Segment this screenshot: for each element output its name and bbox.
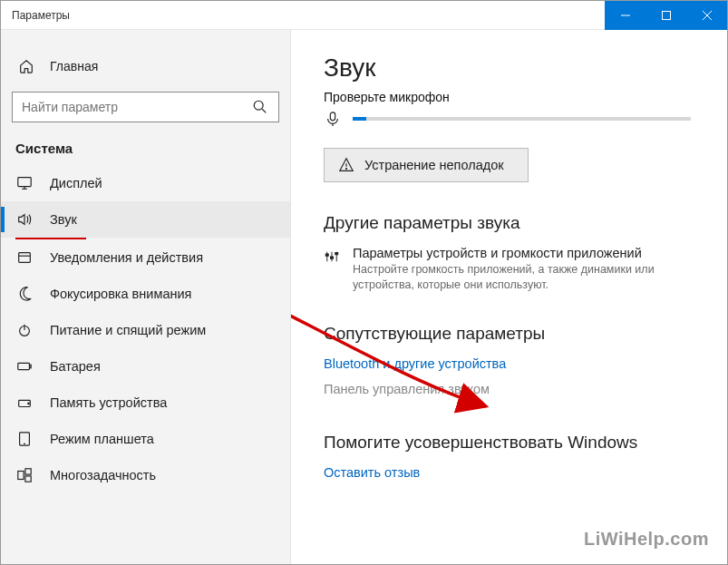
svg-rect-14 [30, 365, 31, 368]
battery-icon [15, 357, 34, 375]
mic-level-row [324, 110, 691, 128]
drive-icon [15, 394, 34, 412]
search-icon [251, 98, 269, 116]
titlebar: Параметры [1, 1, 727, 30]
power-icon [15, 321, 34, 339]
sidebar-item-label: Уведомления и действия [50, 250, 203, 265]
speaker-icon [15, 210, 34, 229]
svg-rect-1 [662, 11, 670, 19]
svg-point-16 [28, 403, 29, 404]
sidebar-item-power[interactable]: Питание и спящий режим [1, 312, 290, 348]
app-volume-option[interactable]: Параметры устройств и громкости приложен… [324, 246, 691, 293]
sidebar-item-display[interactable]: Дисплей [1, 165, 290, 201]
sidebar: Главная Система Дисплей Звук [1, 30, 291, 564]
mic-level-bar [353, 117, 691, 121]
maximize-button[interactable] [645, 1, 686, 30]
svg-rect-22 [330, 112, 335, 121]
moon-icon [15, 285, 34, 303]
watermark: LiWiHelp.com [584, 529, 709, 550]
option-title: Параметры устройств и громкости приложен… [353, 246, 691, 260]
troubleshoot-button[interactable]: Устранение неполадок [324, 148, 529, 182]
sidebar-item-label: Память устройства [50, 395, 167, 410]
sidebar-item-focus[interactable]: Фокусировка внимания [1, 276, 290, 312]
microphone-icon [324, 110, 342, 128]
sidebar-item-multitask[interactable]: Многозадачность [1, 457, 290, 493]
section-improve: Помогите усовершенствовать Windows [324, 433, 691, 453]
svg-rect-13 [18, 363, 30, 369]
section-other-sound: Другие параметры звука [324, 213, 691, 233]
mixer-icon [324, 248, 340, 266]
troubleshoot-label: Устранение неполадок [364, 158, 504, 172]
close-button[interactable] [686, 1, 727, 30]
svg-rect-21 [25, 476, 31, 482]
minimize-button[interactable] [605, 1, 645, 30]
svg-rect-9 [19, 253, 31, 263]
sidebar-item-label: Фокусировка внимания [50, 287, 191, 301]
notification-icon [15, 248, 34, 267]
sidebar-item-battery[interactable]: Батарея [1, 348, 290, 385]
window-title: Параметры [1, 9, 605, 22]
sidebar-item-tablet[interactable]: Режим планшета [1, 421, 290, 457]
svg-rect-20 [25, 469, 31, 474]
sidebar-item-notifications[interactable]: Уведомления и действия [1, 239, 290, 276]
svg-rect-6 [18, 178, 31, 187]
sidebar-item-label: Звук [50, 212, 77, 227]
svg-line-5 [262, 109, 266, 112]
link-feedback[interactable]: Оставить отзыв [324, 465, 691, 480]
link-bluetooth[interactable]: Bluetooth и другие устройства [324, 356, 691, 371]
tablet-icon [15, 430, 34, 448]
multitask-icon [15, 466, 34, 484]
section-related: Сопутствующие параметры [324, 324, 691, 344]
svg-point-25 [345, 169, 346, 170]
mic-test-label: Проверьте микрофон [324, 90, 691, 104]
home-icon [17, 57, 35, 75]
search-input[interactable] [22, 100, 251, 114]
sidebar-item-label: Режим планшета [50, 432, 154, 446]
svg-rect-19 [18, 472, 24, 480]
warning-icon [337, 156, 355, 174]
sidebar-item-label: Батарея [50, 359, 101, 374]
sidebar-item-label: Дисплей [50, 176, 102, 190]
svg-point-4 [254, 101, 263, 110]
monitor-icon [15, 174, 34, 192]
sidebar-item-label: Питание и спящий режим [50, 323, 206, 337]
category-header: Система [1, 137, 290, 165]
svg-rect-29 [325, 254, 328, 256]
search-box[interactable] [12, 92, 279, 122]
main-content: Звук Проверьте микрофон Устранение непол… [291, 30, 727, 564]
home-label: Главная [50, 59, 98, 73]
link-sound-panel[interactable]: Панель управления звуком [324, 382, 691, 396]
settings-window: Параметры Главная [0, 0, 728, 565]
mic-level-fill [353, 117, 366, 121]
sidebar-item-sound[interactable]: Звук [1, 201, 290, 238]
page-title: Звук [324, 54, 691, 83]
sidebar-item-label: Многозадачность [50, 468, 156, 482]
svg-rect-30 [331, 257, 334, 258]
option-desc: Настройте громкость приложений, а также … [353, 262, 691, 293]
svg-rect-31 [335, 253, 338, 255]
sidebar-item-storage[interactable]: Память устройства [1, 385, 290, 421]
home-nav[interactable]: Главная [1, 50, 290, 83]
